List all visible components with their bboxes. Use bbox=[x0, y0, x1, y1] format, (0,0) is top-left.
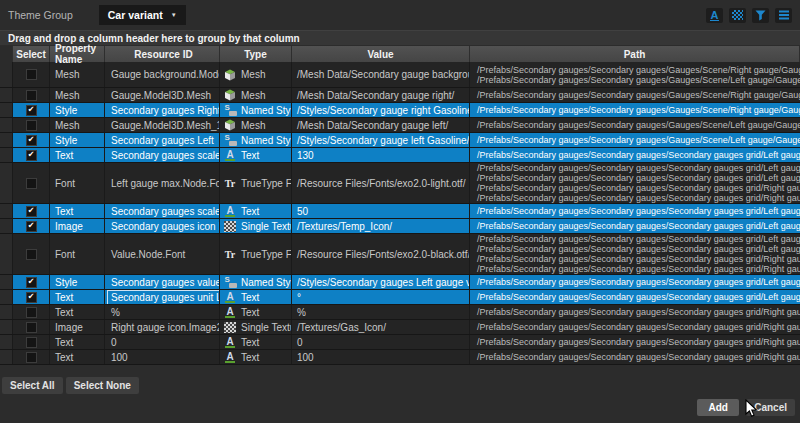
resource-id-cell[interactable]: Gauge.Model3D.Mesh bbox=[105, 88, 220, 102]
row-checkbox[interactable] bbox=[26, 337, 37, 348]
resource-id-cell[interactable]: Gauge.Model3D.Mesh_1 bbox=[105, 118, 220, 132]
table-row[interactable]: ✔StyleSecondary gauges LeftSNamed Style/… bbox=[0, 133, 800, 148]
select-none-button[interactable]: Select None bbox=[66, 377, 139, 394]
value-cell[interactable]: /Textures/Gas_Icon/ bbox=[292, 320, 470, 334]
table-row[interactable]: MeshGauge.Model3D.Mesh_1Mesh/Mesh Data/S… bbox=[0, 118, 800, 133]
row-checkbox[interactable]: ✔ bbox=[26, 105, 37, 116]
type-cell: SNamed Style bbox=[220, 103, 292, 117]
header-value[interactable]: Value bbox=[292, 46, 470, 62]
theme-group-dropdown[interactable]: Car variant ▼ bbox=[99, 5, 186, 25]
row-checkbox[interactable] bbox=[26, 69, 37, 80]
resource-id-cell[interactable]: Value.Node.Font bbox=[105, 234, 220, 274]
row-checkbox[interactable] bbox=[26, 249, 37, 260]
table-row[interactable]: ✔StyleSecondary gauges RightSNamed Style… bbox=[0, 103, 800, 118]
cancel-button[interactable]: Cancel bbox=[746, 399, 795, 416]
value-cell[interactable]: % bbox=[292, 305, 470, 319]
row-handle bbox=[0, 148, 13, 162]
row-checkbox[interactable]: ✔ bbox=[26, 206, 37, 217]
row-checkbox[interactable]: ✔ bbox=[26, 221, 37, 232]
resource-id-cell[interactable]: Secondary gauges Left bbox=[105, 133, 220, 147]
text-icon: A bbox=[223, 206, 237, 217]
resource-id-cell[interactable]: Secondary gauges scale max Left bbox=[105, 148, 220, 162]
value-cell[interactable]: 50 bbox=[292, 204, 470, 218]
table-row[interactable]: ✔ImageSecondary gauges icon LeftSingle T… bbox=[0, 219, 800, 234]
table-row[interactable]: ✔StyleSecondary gauges value LeftSNamed … bbox=[0, 275, 800, 290]
resource-id-text: Secondary gauges Right bbox=[108, 104, 220, 117]
select-cell: ✔ bbox=[13, 148, 50, 162]
value-cell[interactable]: /Styles/Secondary gauges Left gauge valu… bbox=[292, 275, 470, 289]
table-row[interactable]: MeshGauge background.Model3D.MeshMesh/Me… bbox=[0, 62, 800, 88]
property-name-text: Text bbox=[55, 307, 73, 318]
row-checkbox[interactable]: ✔ bbox=[26, 135, 37, 146]
resource-id-cell[interactable]: Left gauge max.Node.Font bbox=[105, 163, 220, 203]
add-button[interactable]: Add bbox=[697, 399, 739, 416]
resource-id-cell[interactable]: 0 bbox=[105, 335, 220, 349]
header-select[interactable]: Select bbox=[13, 46, 50, 62]
row-checkbox[interactable]: ✔ bbox=[26, 277, 37, 288]
resource-id-cell[interactable]: Secondary gauges unit Left bbox=[105, 290, 220, 304]
type-cell: AText bbox=[220, 204, 292, 218]
row-checkbox[interactable]: ✔ bbox=[26, 292, 37, 303]
value-cell[interactable]: 130 bbox=[292, 148, 470, 162]
path-text: /Prefabs/Secondary gauges/Secondary gaug… bbox=[477, 277, 800, 287]
table-row[interactable]: ImageRight gauge icon.Image2D.ImageSingl… bbox=[0, 320, 800, 335]
table-row[interactable]: FontValue.Node.FontTrTrueType Font/Resou… bbox=[0, 234, 800, 275]
row-handle bbox=[0, 62, 13, 87]
row-checkbox[interactable] bbox=[26, 352, 37, 363]
resource-id-cell[interactable]: Secondary gauges scale min Left bbox=[105, 204, 220, 218]
value-cell[interactable]: /Resource Files/Fonts/exo2.0-black.otf/ bbox=[292, 234, 470, 274]
row-checkbox[interactable] bbox=[26, 307, 37, 318]
table-row[interactable]: Text%AText%/Prefabs/Secondary gauges/Sec… bbox=[0, 305, 800, 320]
header-property-name[interactable]: Property Name bbox=[50, 46, 105, 62]
type-cell: AText bbox=[220, 335, 292, 349]
value-cell[interactable]: /Styles/Secondary gauge left Gasoline/ bbox=[292, 133, 470, 147]
header-resource-id[interactable]: Resource ID bbox=[105, 46, 220, 62]
value-cell[interactable]: /Resource Files/Fonts/exo2.0-light.otf/ bbox=[292, 163, 470, 203]
row-checkbox[interactable] bbox=[26, 90, 37, 101]
truetype-font-icon: Tr bbox=[223, 178, 237, 189]
group-by-hint[interactable]: Drag and drop a column header here to gr… bbox=[0, 30, 800, 45]
path-cell: /Prefabs/Secondary gauges/Secondary gaug… bbox=[470, 320, 800, 334]
row-handle bbox=[0, 290, 13, 304]
table-row[interactable]: FontLeft gauge max.Node.FontTrTrueType F… bbox=[0, 163, 800, 204]
row-checkbox[interactable]: ✔ bbox=[26, 150, 37, 161]
table-row[interactable]: ✔TextSecondary gauges scale min LeftATex… bbox=[0, 204, 800, 219]
texture-filter-button[interactable] bbox=[729, 8, 746, 23]
value-cell[interactable]: 100 bbox=[292, 350, 470, 364]
row-checkbox[interactable] bbox=[26, 322, 37, 333]
filter-button[interactable] bbox=[752, 8, 769, 23]
select-all-button[interactable]: Select All bbox=[2, 377, 63, 394]
resource-id-cell[interactable]: Right gauge icon.Image2D.Image bbox=[105, 320, 220, 334]
resource-id-cell[interactable]: Gauge background.Model3D.Mesh bbox=[105, 62, 220, 87]
list-view-button[interactable] bbox=[775, 8, 792, 23]
value-cell[interactable]: /Textures/Temp_Icon/ bbox=[292, 219, 470, 233]
resource-id-cell[interactable]: Secondary gauges value Left bbox=[105, 275, 220, 289]
resource-id-cell[interactable]: % bbox=[105, 305, 220, 319]
value-cell[interactable]: 0 bbox=[292, 335, 470, 349]
table-row[interactable]: ✔TextSecondary gauges unit LeftAText°/Pr… bbox=[0, 290, 800, 305]
select-cell bbox=[13, 88, 50, 102]
table-row[interactable]: Text100AText100/Prefabs/Secondary gauges… bbox=[0, 350, 800, 365]
value-cell[interactable]: /Styles/Secondary gauge right Gasoline/ bbox=[292, 103, 470, 117]
value-cell[interactable]: /Mesh Data/Secondary gauge left/ bbox=[292, 118, 470, 132]
resource-id-cell[interactable]: 100 bbox=[105, 350, 220, 364]
value-cell[interactable]: ° bbox=[292, 290, 470, 304]
value-cell[interactable]: /Mesh Data/Secondary gauge right/ bbox=[292, 88, 470, 102]
property-name-text: Font bbox=[55, 249, 75, 260]
table-row[interactable]: MeshGauge.Model3D.MeshMesh/Mesh Data/Sec… bbox=[0, 88, 800, 103]
row-checkbox[interactable] bbox=[26, 178, 37, 189]
type-cell: AText bbox=[220, 350, 292, 364]
type-label: Text bbox=[241, 292, 259, 303]
resource-id-cell[interactable]: Secondary gauges Right bbox=[105, 103, 220, 117]
path-text: /Prefabs/Secondary gauges/Secondary gaug… bbox=[477, 221, 800, 231]
value-cell[interactable]: /Mesh Data/Secondary gauge background/ bbox=[292, 62, 470, 87]
header-path[interactable]: Path bbox=[470, 46, 800, 62]
row-checkbox[interactable] bbox=[26, 120, 37, 131]
resource-id-cell[interactable]: Secondary gauges icon Left bbox=[105, 219, 220, 233]
table-row[interactable]: Text0AText0/Prefabs/Secondary gauges/Sec… bbox=[0, 335, 800, 350]
header-type[interactable]: Type bbox=[220, 46, 292, 62]
row-handle bbox=[0, 234, 13, 274]
table-row[interactable]: ✔TextSecondary gauges scale max LeftATex… bbox=[0, 148, 800, 163]
value-text: /Mesh Data/Secondary gauge right/ bbox=[297, 90, 454, 101]
font-filter-button[interactable]: A bbox=[706, 8, 723, 23]
